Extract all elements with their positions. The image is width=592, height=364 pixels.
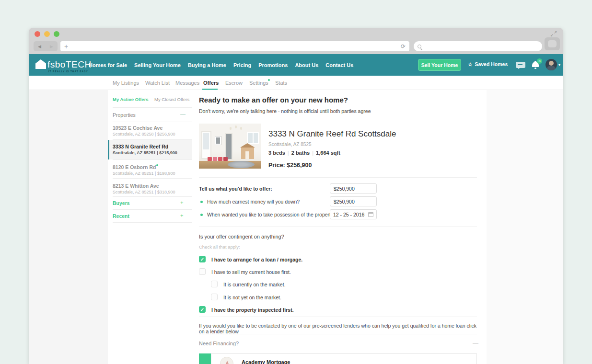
divider (199, 177, 477, 178)
contingency-question: Is your offer contingent on anything? (199, 234, 284, 239)
divider (113, 159, 192, 160)
menu-buying-a-home[interactable]: Buying a Home (188, 62, 226, 68)
property-specs: 3 beds|2 baths|1,664 sqft (268, 150, 340, 156)
saved-homes-link[interactable]: ☆ Saved Homes (468, 61, 508, 67)
checkbox-label-on-market[interactable]: It is currently on the market. (223, 282, 286, 287)
my-closed-offers-tab[interactable]: My Closed Offers (154, 97, 189, 102)
divider (199, 226, 477, 227)
buyers-section-header[interactable]: Buyers (113, 200, 130, 206)
properties-section-header: Properties (113, 112, 136, 118)
financing-collapse-button[interactable]: — (473, 340, 478, 346)
new-tab-icon[interactable]: + (64, 43, 68, 50)
menu-about-us[interactable]: About Us (295, 62, 318, 68)
active-tab-underline (202, 89, 218, 90)
tab-watch-list[interactable]: Watch List (145, 80, 170, 86)
menu-contact-us[interactable]: Contact Us (325, 62, 353, 68)
checkbox-currently-on-market[interactable] (211, 281, 218, 287)
divider (113, 178, 192, 179)
divider (113, 122, 192, 122)
account-chevron-down-icon[interactable]: ▾ (558, 63, 560, 67)
browser-titlebar (29, 28, 563, 40)
tab-settings[interactable]: Settings (249, 80, 268, 86)
account-tab-bar: My Listings Watch List Messages Offers E… (29, 76, 563, 90)
browser-profile-button[interactable] (545, 37, 560, 50)
property-list-item[interactable]: 8120 E Osborn Rd (113, 164, 158, 170)
close-window-button[interactable] (35, 31, 40, 37)
my-active-offers-tab[interactable]: My Active Offers (113, 97, 149, 102)
checkbox-property-inspected[interactable]: ✓ (199, 306, 206, 313)
back-button[interactable]: ◀ (38, 44, 41, 49)
baths-count: 2 baths (291, 150, 310, 156)
checkbox-sell-house-first[interactable] (199, 268, 206, 275)
divider (199, 317, 477, 317)
refresh-icon[interactable]: ⟳ (401, 43, 406, 50)
property-list-item[interactable]: 8213 E Whitton Ave (113, 183, 159, 189)
possession-date-input[interactable]: 12 - 25 - 2016 (330, 209, 377, 219)
recent-expand-button[interactable]: + (180, 213, 183, 218)
checkbox-label-loan[interactable]: I have to arrange for a loan / morgage. (211, 257, 302, 262)
property-list-item-detail: Scottsdale, AZ 85251 | $318,900 (113, 190, 175, 194)
left-gutter (29, 90, 108, 364)
property-list-item[interactable]: 10523 E Cochise Ave (113, 125, 163, 131)
property-title: 3333 N Granite Reef Rd Scottsdale (268, 129, 396, 139)
settings-new-indicator-dot (268, 79, 270, 81)
selected-property-highlight (108, 140, 192, 159)
minimize-window-button[interactable] (44, 31, 50, 37)
earnest-money-label: How much earnest money will you down? (207, 199, 300, 205)
sell-your-home-button[interactable]: Sell Your Home (418, 59, 461, 71)
lender-name: Academy Mortgage (242, 359, 290, 364)
tab-stats[interactable]: Stats (275, 80, 287, 86)
need-financing-header: Need Financing? (199, 341, 239, 346)
fullscreen-icon[interactable]: ↗ ↙ (550, 31, 557, 37)
lender-note: If you would you like to be contacted by… (199, 323, 479, 334)
tab-messages[interactable]: Messages (175, 80, 199, 86)
site-navbar: fsboTECH IT REALLY IS THAT EASY Homes fo… (29, 54, 563, 76)
right-gutter (487, 90, 563, 364)
sqft-value: 1,664 sqft (316, 150, 340, 156)
page-title: Ready to make an offer on your new home? (199, 96, 348, 104)
lender-accent-bar (199, 353, 211, 364)
checkbox-label-not-on-market[interactable]: It is not yet on the market. (223, 295, 281, 300)
forward-button[interactable]: ▶ (50, 44, 53, 49)
calendar-icon[interactable] (368, 212, 373, 217)
earnest-money-input[interactable] (330, 196, 377, 206)
messages-icon[interactable] (516, 62, 525, 68)
beds-count: 3 beds (268, 150, 285, 156)
tab-escrow[interactable]: Escrow (225, 80, 243, 86)
address-bar[interactable]: + ⟳ (60, 41, 409, 51)
property-photo[interactable] (199, 124, 261, 169)
offer-amount-input[interactable] (330, 183, 377, 193)
divider (199, 334, 477, 334)
menu-pricing[interactable]: Pricing (233, 62, 251, 68)
tab-my-listings[interactable]: My Listings (113, 80, 139, 86)
page-subtitle: Don't worry, we're only talking here - n… (199, 108, 371, 114)
divider (199, 120, 477, 120)
check-icon: ✓ (200, 257, 204, 262)
checkbox-not-yet-on-market[interactable] (211, 294, 218, 300)
user-avatar[interactable] (546, 59, 557, 70)
price-value: $256,900 (287, 162, 312, 169)
search-icon (418, 45, 421, 48)
checkbox-label-sell-house[interactable]: I have to sell my current house first. (211, 269, 291, 275)
property-list-item-selected[interactable]: 3333 N Granite Reef Rd (113, 144, 168, 149)
property-list-item-detail: Scottsdale, AZ 85251 | $198,900 (113, 171, 175, 176)
zoom-window-button[interactable] (54, 31, 59, 37)
recent-section-header[interactable]: Recent (113, 213, 129, 219)
divider (113, 209, 192, 210)
browser-window: ↗ ↙ ◀ ▶ + ⟳ fsboTECH IT REALLY IS THAT E… (29, 28, 563, 364)
checkbox-loan-mortgage[interactable]: ✓ (199, 256, 206, 262)
contingency-hint: Check all that apply: (199, 244, 240, 250)
properties-collapse-button[interactable]: — (180, 111, 186, 117)
notification-count-badge: 3 (537, 58, 542, 64)
menu-homes-for-sale[interactable]: Homes for Sale (89, 62, 127, 68)
menu-selling-your-home[interactable]: Selling Your Home (134, 62, 181, 68)
tab-offers[interactable]: Offers (203, 80, 219, 86)
new-indicator-dot (156, 164, 158, 166)
menu-promotions[interactable]: Promotions (258, 62, 288, 68)
buyers-expand-button[interactable]: + (180, 200, 183, 205)
logo-house-icon (35, 59, 46, 69)
checkbox-label-inspected[interactable]: I have the property inspected first. (211, 307, 294, 313)
browser-search-field[interactable] (414, 41, 542, 51)
site-logo[interactable]: fsboTECH (47, 59, 92, 70)
lender-card[interactable]: Academy Mortgage (211, 353, 477, 364)
